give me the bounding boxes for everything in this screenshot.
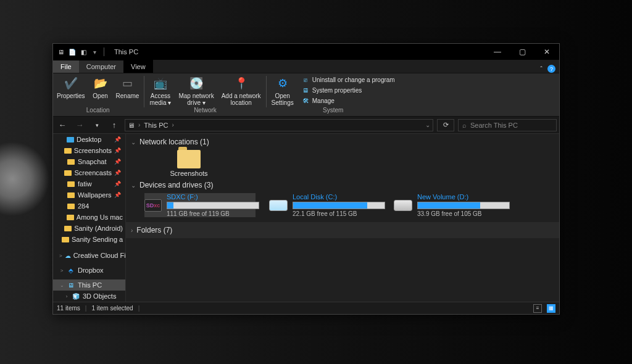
drive-item[interactable]: SDxcSDXC (F:)111 GB free of 119 GB (144, 193, 256, 217)
navigation-bar: ← → ▾ ↑ 🖥 › This PC › ⌄ ⟳ ⌕ Search This … (53, 117, 559, 134)
pin-icon: 📌 (114, 136, 123, 143)
drive-item[interactable]: Local Disk (C:)22.1 GB free of 115 GB (269, 193, 380, 217)
sidebar-item[interactable]: ›🧊3D Objects (53, 291, 125, 302)
app-icon: 🖥 (57, 48, 65, 56)
open-folder-icon: 📂 (93, 75, 109, 91)
drive-usage-bar (293, 202, 385, 209)
qat-properties-icon[interactable]: 📄 (68, 48, 77, 56)
open-settings-button[interactable]: ⚙ Open Settings (268, 73, 297, 106)
forward-button[interactable]: → (73, 118, 86, 132)
chevron-down-icon: ⌄ (131, 182, 136, 189)
pin-icon: 📌 (114, 159, 123, 165)
tab-computer[interactable]: Computer (79, 60, 123, 73)
content-pane[interactable]: ⌄ Network locations (1) Screenshots ⌄ De… (126, 134, 559, 302)
titlebar[interactable]: 🖥 📄 ◧ ▾ This PC — ▢ ✕ (53, 44, 559, 60)
group-devices-and-drives[interactable]: ⌄ Devices and drives (3) (126, 177, 559, 193)
help-icon[interactable]: ? (547, 65, 555, 73)
network-location-item[interactable]: Screenshots (164, 150, 214, 177)
history-dropdown[interactable]: ▾ (90, 118, 104, 132)
search-placeholder: Search This PC (470, 122, 518, 129)
sidebar-item[interactable]: Snapchat📌 (53, 156, 125, 167)
drive-usage-bar (417, 202, 510, 209)
sidebar-item[interactable]: Wallpapers📌 (53, 189, 125, 201)
sidebar-section[interactable]: >⬘Dropbox (53, 265, 125, 276)
media-icon: 📺 (152, 75, 168, 91)
group-label-system: System (323, 107, 343, 115)
sidebar-item[interactable]: Among Us mac (53, 212, 125, 223)
disk-icon (394, 200, 412, 211)
ribbon-tab-strip: File Computer View ˆ ? (53, 60, 559, 73)
breadcrumb-root[interactable]: This PC (144, 122, 168, 129)
sidebar-item[interactable]: Sanity (Android) (53, 223, 125, 234)
access-media-button[interactable]: 📺 Access media ▾ (146, 73, 175, 106)
rename-button[interactable]: ▭ Rename (112, 73, 143, 99)
chevron-right-icon: › (131, 227, 133, 234)
group-network-locations[interactable]: ⌄ Network locations (1) (126, 134, 559, 150)
drive-free-text: 111 GB free of 119 GB (167, 210, 259, 217)
search-icon: ⌕ (462, 122, 467, 129)
address-dropdown-icon[interactable]: ⌄ (425, 122, 430, 128)
back-button[interactable]: ← (56, 118, 69, 132)
sidebar-item[interactable]: Screencasts📌 (53, 167, 125, 178)
drive-name: SDXC (F:) (167, 193, 259, 201)
manage-button[interactable]: 🛠 Manage (301, 96, 395, 105)
properties-button[interactable]: ✔️ Properties (53, 73, 89, 99)
qat-pin-icon[interactable]: ◧ (79, 48, 88, 56)
pin-icon: 📌 (114, 181, 123, 187)
this-pc-icon: 🖥 (128, 122, 135, 129)
close-button[interactable]: ✕ (534, 44, 559, 60)
minimize-button[interactable]: — (485, 44, 510, 60)
pin-icon: 📌 (114, 147, 123, 154)
system-properties-button[interactable]: 🖥 System properties (301, 85, 395, 95)
group-folders[interactable]: › Folders (7) (126, 222, 559, 238)
rename-icon: ▭ (119, 75, 135, 91)
tab-view[interactable]: View (123, 60, 153, 73)
qat-customize-icon[interactable]: ▾ (90, 48, 99, 56)
search-input[interactable]: ⌕ Search This PC (458, 119, 557, 131)
sysprops-icon: 🖥 (301, 86, 310, 94)
drive-name: New Volume (D:) (417, 193, 510, 201)
sidebar-item[interactable]: Screenshots📌 (53, 145, 125, 156)
manage-icon: 🛠 (301, 96, 310, 105)
status-selected-count: 1 item selected (91, 305, 133, 312)
pin-icon: 📌 (114, 192, 123, 198)
drive-item[interactable]: New Volume (D:)33.9 GB free of 105 GB (394, 193, 505, 217)
ribbon: ✔️ Properties 📂 Open ▭ Rename Location 📺 (53, 73, 559, 117)
sdcard-icon: SDxc (144, 199, 162, 212)
sidebar-item-this-pc[interactable]: ⌄🖥This PC (53, 279, 125, 291)
add-network-location-button[interactable]: 📍 Add a network location (218, 73, 265, 106)
drive-free-text: 22.1 GB free of 115 GB (293, 210, 385, 217)
tab-file[interactable]: File (53, 60, 79, 73)
status-bar: 11 items | 1 item selected | ≡ ▦ (53, 302, 559, 314)
chevron-down-icon: ⌄ (131, 139, 136, 146)
uninstall-program-button[interactable]: ⎚ Uninstall or change a program (301, 75, 395, 85)
properties-icon: ✔️ (63, 75, 79, 91)
add-location-icon: 📍 (233, 75, 249, 91)
sidebar-item[interactable]: Sanity Sending a (53, 234, 125, 245)
refresh-button[interactable]: ⟳ (437, 119, 454, 131)
map-network-drive-button[interactable]: 💽 Map network drive ▾ (175, 73, 217, 106)
collapse-ribbon-button[interactable]: ˆ (540, 65, 543, 73)
maximize-button[interactable]: ▢ (510, 44, 534, 60)
crumb-sep-icon: › (138, 122, 140, 128)
disk-icon (269, 200, 288, 211)
drive-free-text: 33.9 GB free of 105 GB (417, 210, 510, 217)
drive-name: Local Disk (C:) (293, 193, 385, 201)
open-button[interactable]: 📂 Open (89, 73, 112, 99)
crumb-sep-icon: › (172, 122, 173, 128)
sidebar-item[interactable]: Desktop📌 (53, 134, 125, 145)
settings-icon: ⚙ (275, 75, 291, 91)
navigation-pane[interactable]: Desktop📌Screenshots📌Snapchat📌Screencasts… (53, 134, 126, 302)
tiles-view-button[interactable]: ▦ (547, 304, 555, 313)
status-item-count: 11 items (57, 305, 80, 312)
file-explorer-window: 🖥 📄 ◧ ▾ This PC — ▢ ✕ File Computer View… (52, 43, 560, 315)
group-label-network: Network (194, 107, 217, 115)
details-view-button[interactable]: ≡ (533, 304, 542, 313)
address-bar[interactable]: 🖥 › This PC › ⌄ (125, 119, 433, 131)
map-drive-icon: 💽 (188, 75, 204, 91)
up-button[interactable]: ↑ (107, 118, 121, 132)
group-label-location: Location (86, 107, 110, 115)
sidebar-item[interactable]: fatiw📌 (53, 178, 125, 189)
sidebar-section[interactable]: >☁Creative Cloud Fil (53, 250, 125, 261)
sidebar-item[interactable]: 284 (53, 201, 125, 212)
